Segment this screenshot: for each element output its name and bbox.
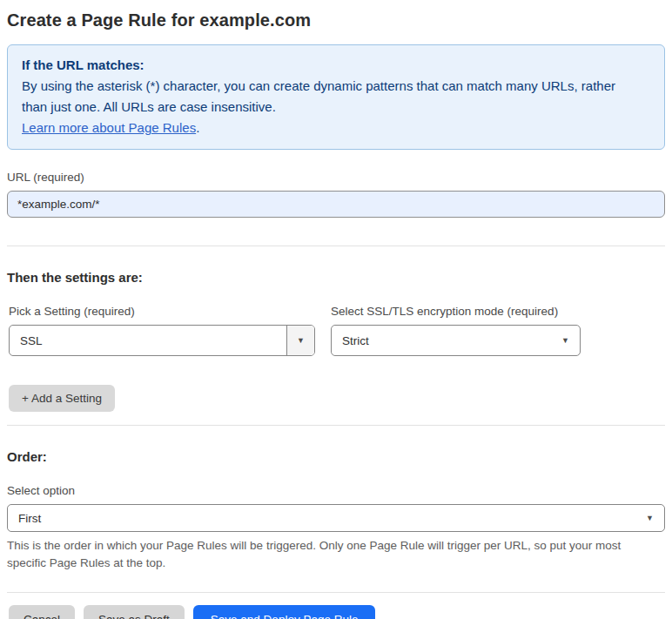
divider bbox=[7, 246, 665, 246]
settings-section-heading: Then the settings are: bbox=[7, 270, 665, 285]
url-match-info-callout: If the URL matches: By using the asteris… bbox=[7, 44, 665, 150]
order-dropdown[interactable]: First ▼ bbox=[7, 504, 665, 532]
order-help-text: This is the order in which your Page Rul… bbox=[7, 537, 658, 572]
order-value: First bbox=[18, 512, 41, 525]
setting-picker-label: Pick a Setting (required) bbox=[9, 305, 315, 318]
divider bbox=[7, 592, 665, 593]
chevron-down-icon: ▼ bbox=[646, 515, 654, 522]
url-field-label: URL (required) bbox=[7, 171, 665, 184]
setting-picker-arrow-box[interactable]: ▼ bbox=[286, 326, 314, 355]
info-callout-heading: If the URL matches: bbox=[22, 55, 650, 76]
cancel-button[interactable]: Cancel bbox=[9, 605, 75, 619]
link-suffix-period: . bbox=[196, 120, 199, 135]
page-title: Create a Page Rule for example.com bbox=[7, 10, 665, 30]
chevron-down-icon: ▼ bbox=[297, 337, 305, 345]
settings-row: Pick a Setting (required) SSL ▼ Select S… bbox=[9, 305, 665, 356]
footer-actions: Cancel Save as Draft Save and Deploy Pag… bbox=[9, 605, 665, 619]
chevron-down-icon: ▼ bbox=[561, 337, 569, 345]
info-callout-body: By using the asterisk (*) character, you… bbox=[22, 76, 631, 118]
create-page-rule-form: Create a Page Rule for example.com If th… bbox=[0, 0, 672, 619]
ssl-mode-dropdown[interactable]: Strict ▼ bbox=[331, 325, 581, 356]
order-select-label: Select option bbox=[7, 484, 665, 497]
learn-more-link[interactable]: Learn more about Page Rules bbox=[22, 120, 196, 135]
save-and-deploy-button[interactable]: Save and Deploy Page Rule bbox=[193, 605, 376, 619]
setting-picker-group: Pick a Setting (required) SSL ▼ bbox=[9, 305, 315, 356]
order-section-heading: Order: bbox=[7, 449, 665, 464]
save-as-draft-button[interactable]: Save as Draft bbox=[84, 605, 185, 619]
url-field-group: URL (required) bbox=[7, 171, 665, 218]
divider bbox=[7, 425, 665, 426]
order-select-group: Select option First ▼ This is the order … bbox=[7, 484, 665, 572]
setting-picker-value: SSL bbox=[10, 326, 286, 355]
ssl-mode-picker-group: Select SSL/TLS encryption mode (required… bbox=[331, 305, 581, 356]
ssl-mode-picker-label: Select SSL/TLS encryption mode (required… bbox=[331, 305, 581, 318]
add-setting-button[interactable]: + Add a Setting bbox=[9, 385, 115, 412]
url-input[interactable] bbox=[7, 191, 665, 218]
info-callout-link-line: Learn more about Page Rules. bbox=[22, 118, 650, 138]
ssl-mode-value: Strict bbox=[342, 334, 369, 347]
setting-picker-dropdown[interactable]: SSL ▼ bbox=[9, 325, 315, 356]
